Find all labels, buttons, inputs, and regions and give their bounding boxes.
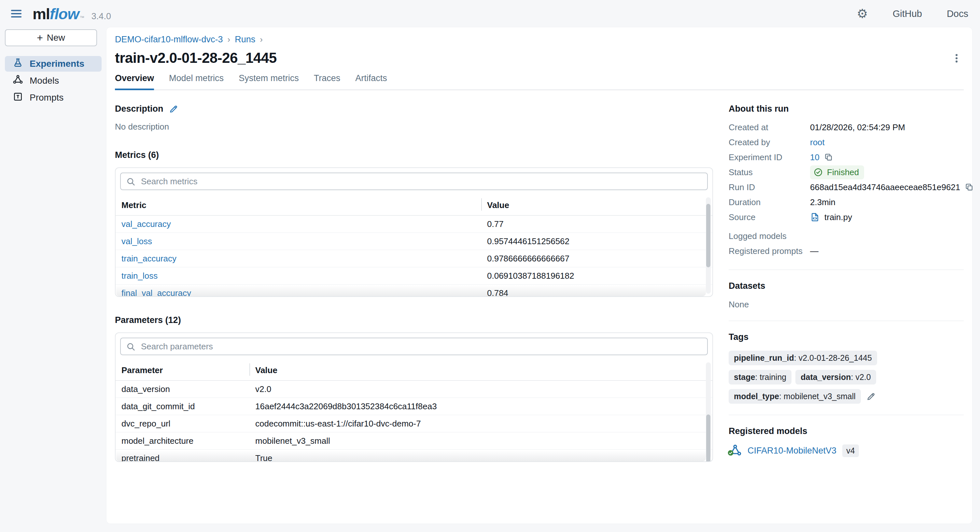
parameter-value: True	[250, 453, 706, 462]
logo-trademark: ™	[80, 15, 84, 20]
tags-heading: Tags	[729, 332, 749, 342]
parameter-name: pretrained	[121, 453, 250, 462]
github-link[interactable]: GitHub	[893, 8, 922, 19]
run-tabs: Overview Model metrics System metrics Tr…	[115, 73, 964, 90]
registered-model-icon	[729, 444, 742, 457]
sidebar-item-label: Models	[30, 75, 59, 86]
tab-overview[interactable]: Overview	[115, 73, 154, 90]
metrics-scrollbar[interactable]	[706, 197, 711, 294]
about-row-source: Source train.py	[729, 210, 964, 225]
tag-pill[interactable]: pipeline_run_id: v2.0-01-28-26_1445	[729, 350, 877, 365]
mlflow-logo[interactable]: mlflow™ 3.4.0	[33, 5, 111, 23]
about-row-duration: Duration 2.3min	[729, 195, 964, 210]
about-row-registered-prompts: Registered prompts —	[729, 244, 964, 258]
table-row: data_git_commit_id 16aef2444c3a22069d8b3…	[116, 398, 713, 415]
edit-tags-pencil-icon[interactable]	[866, 392, 876, 401]
new-button[interactable]: + New	[5, 29, 97, 46]
source-value: train.py	[824, 212, 852, 222]
about-row-logged-models: Logged models	[729, 229, 964, 244]
edit-description-pencil-icon[interactable]	[169, 104, 178, 114]
menu-hamburger-icon[interactable]	[9, 6, 24, 21]
metric-link[interactable]: val_accuracy	[121, 219, 171, 229]
created-at-value: 01/28/2026, 02:54:29 PM	[810, 123, 905, 132]
metric-link[interactable]: final_val_accuracy	[121, 288, 191, 297]
tag-pill[interactable]: stage: training	[729, 370, 791, 384]
registered-model-row: CIFAR10-MobileNetV3 v4	[729, 444, 964, 457]
registered-model-link[interactable]: CIFAR10-MobileNetV3	[748, 446, 837, 456]
new-button-label: New	[47, 33, 65, 43]
sidebar: + New Experiments Models Prompts	[0, 27, 107, 105]
table-row: val_accuracy 0.77	[116, 215, 713, 233]
settings-gear-icon[interactable]: ⚙	[857, 8, 868, 20]
parameter-name: model_architecture	[121, 436, 250, 446]
experiment-id-link[interactable]: 10	[810, 152, 819, 162]
check-badge-icon	[727, 448, 734, 459]
sidebar-item-experiments[interactable]: Experiments	[5, 56, 102, 72]
search-parameters-input[interactable]	[120, 338, 708, 355]
table-row: dvc_repo_url codecommit::us-east-1://cif…	[116, 415, 713, 432]
scrollbar-thumb[interactable]	[706, 414, 710, 462]
tab-traces[interactable]: Traces	[314, 73, 340, 90]
tab-system-metrics[interactable]: System metrics	[239, 73, 299, 90]
search-metrics-input[interactable]	[120, 172, 708, 190]
chevron-right-icon: ›	[260, 35, 263, 45]
about-row-created-at: Created at 01/28/2026, 02:54:29 PM	[729, 120, 964, 135]
metric-value: 0.9574446151256562	[481, 236, 706, 247]
metric-value: 0.06910387188196182	[481, 271, 706, 281]
section-divider	[729, 321, 964, 321]
flask-icon	[13, 57, 23, 70]
datasets-empty-value: None	[729, 299, 964, 310]
table-row: data_version v2.0	[116, 381, 713, 398]
column-header-parameter: Parameter	[121, 365, 250, 375]
copy-icon[interactable]	[965, 183, 974, 192]
page-title: train-v2.0-01-28-26_1445	[115, 50, 277, 66]
datasets-heading: Datasets	[729, 281, 765, 291]
breadcrumb: DEMO-cifar10-mlflow-dvc-3 › Runs ›	[115, 35, 964, 45]
tab-model-metrics[interactable]: Model metrics	[169, 73, 224, 90]
sidebar-item-label: Prompts	[30, 92, 64, 103]
top-header: mlflow™ 3.4.0 ⚙ GitHub Docs	[0, 0, 980, 27]
tag-pill[interactable]: data_version: v2.0	[795, 370, 876, 384]
sidebar-item-prompts[interactable]: Prompts	[5, 90, 102, 105]
column-header-value: Value	[481, 200, 706, 210]
logo-text-ml: ml	[33, 5, 50, 23]
parameter-name: data_git_commit_id	[121, 401, 250, 411]
metrics-heading: Metrics (6)	[115, 150, 159, 160]
about-row-created-by: Created by root	[729, 135, 964, 150]
tag-pill[interactable]: model_type: mobilenet_v3_small	[729, 389, 861, 404]
about-row-experiment-id: Experiment ID 10	[729, 150, 964, 165]
file-code-icon	[810, 212, 820, 222]
parameters-heading: Parameters (12)	[115, 315, 181, 325]
registered-prompts-value: —	[810, 246, 819, 256]
parameter-value: v2.0	[250, 384, 706, 394]
copy-icon[interactable]	[824, 153, 833, 162]
run-id-value: 668ad15ea4d34746aaeeceae851e9621	[810, 182, 960, 193]
parameter-name: dvc_repo_url	[121, 419, 250, 429]
sidebar-item-models[interactable]: Models	[5, 73, 102, 89]
overflow-menu-kebab-icon[interactable]	[950, 51, 964, 65]
breadcrumb-experiment-link[interactable]: DEMO-cifar10-mlflow-dvc-3	[115, 35, 223, 45]
docs-link[interactable]: Docs	[947, 8, 968, 19]
metric-link[interactable]: train_accuracy	[121, 253, 177, 263]
metric-value: 0.9786666666666667	[481, 253, 706, 264]
status-badge: Finished	[810, 166, 864, 179]
parameters-table-header: Parameter Value	[116, 360, 713, 381]
parameters-scrollbar[interactable]	[706, 362, 711, 459]
sidebar-nav: Experiments Models Prompts	[5, 56, 102, 105]
breadcrumb-runs-link[interactable]: Runs	[235, 35, 255, 45]
parameter-value: codecommit::us-east-1://cifar10-dvc-demo…	[250, 419, 706, 429]
duration-value: 2.3min	[810, 197, 835, 207]
model-version-badge: v4	[842, 444, 859, 457]
created-by-link[interactable]: root	[810, 137, 825, 148]
logo-text-flow: flow	[50, 5, 79, 23]
column-header-metric: Metric	[121, 200, 481, 210]
tab-artifacts[interactable]: Artifacts	[355, 73, 387, 90]
scrollbar-thumb[interactable]	[706, 204, 710, 267]
section-divider	[729, 415, 964, 415]
about-heading: About this run	[729, 104, 789, 114]
metric-link[interactable]: train_loss	[121, 271, 158, 281]
sidebar-item-label: Experiments	[30, 59, 84, 69]
metric-link[interactable]: val_loss	[121, 236, 152, 246]
section-divider	[729, 269, 964, 270]
metrics-table-header: Metric Value	[116, 195, 713, 215]
